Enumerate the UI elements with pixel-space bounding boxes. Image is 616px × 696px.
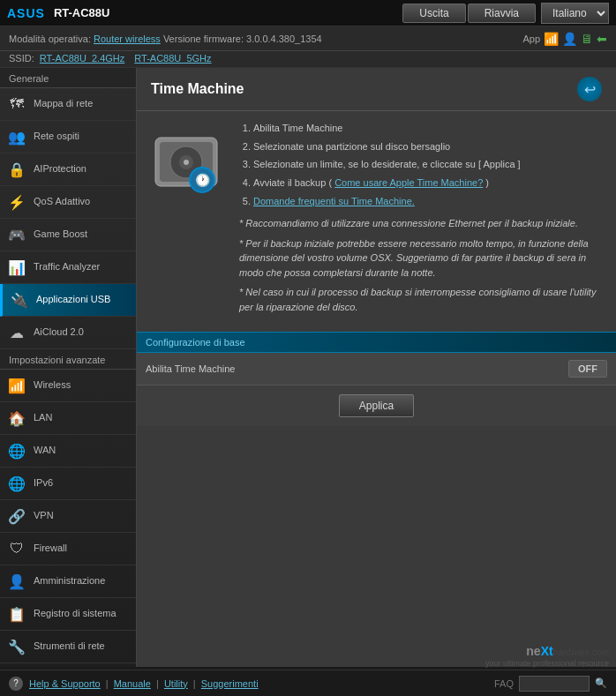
sidebar-item-aicloud[interactable]: ☁ AiCloud 2.0	[0, 317, 136, 349]
ssid-5-link[interactable]: RT-AC88U_5GHz	[134, 53, 211, 64]
language-select[interactable]: Italiano	[541, 3, 609, 24]
top-bar: ASUS RT-AC88U Uscita Riavvia Italiano	[0, 0, 616, 26]
registro-icon: 📋	[7, 604, 26, 624]
usb-icon: ⬅	[597, 32, 607, 46]
sidebar-label-ospiti: Rete ospiti	[34, 131, 79, 142]
sidebar-item-registro[interactable]: 📋 Registro di sistema	[0, 598, 136, 631]
toggle-switch[interactable]: OFF	[568, 360, 607, 378]
vpn-icon: 🔗	[7, 506, 26, 526]
sidebar-item-ospiti[interactable]: 👥 Rete ospiti	[0, 121, 136, 153]
sidebar-label-amministrazione: Amministrazione	[34, 575, 105, 587]
gameboost-icon: 🎮	[7, 225, 26, 244]
step4: Avviate il backup ( Come usare Apple Tim…	[253, 175, 602, 191]
sidebar-item-usb[interactable]: 🔌 Applicazioni USB	[0, 284, 136, 317]
asus-logo: ASUS	[7, 6, 45, 20]
svg-point-4	[184, 160, 189, 165]
traffic-icon: 📊	[7, 258, 26, 277]
sidebar: Generale 🗺 Mappa di rete 👥 Rete ospiti 🔒…	[0, 68, 137, 667]
firmware-version: 3.0.0.4.380_1354	[246, 34, 322, 44]
manuale-link[interactable]: Manuale	[114, 678, 151, 689]
sidebar-label-registro: Registro di sistema	[34, 608, 116, 619]
sidebar-label-usb: Applicazioni USB	[36, 294, 110, 305]
sidebar-label-strumenti: Strumenti di rete	[34, 640, 105, 652]
step1: Abilita Time Machine	[253, 120, 602, 137]
sidebar-item-amministrazione[interactable]: 👤 Amministrazione	[0, 565, 136, 598]
note2: * Per il backup iniziale potrebbe essere…	[239, 236, 602, 281]
utility-link[interactable]: Utility	[164, 678, 188, 689]
sidebar-label-vpn: VPN	[34, 510, 54, 521]
ssid-bar: SSID: RT-AC88U_2.4GHz RT-AC88U_5GHz	[0, 51, 616, 68]
wan-icon: 🌐	[7, 441, 26, 460]
sidebar-item-wireless[interactable]: 📶 Wireless	[0, 370, 136, 402]
info-bar: Modalità operativa: Router wireless Vers…	[0, 26, 616, 51]
search-input[interactable]	[519, 676, 590, 692]
watermark: neXthardware.com your ultimate professio…	[485, 644, 609, 668]
app-area: App 📶 👤 🖥 ⬅	[522, 32, 607, 46]
aiprotection-icon: 🔒	[7, 160, 26, 179]
nav-buttons: Uscita Riavvia	[402, 4, 536, 23]
hdd-icon-area: 🕐	[151, 120, 230, 314]
amministrazione-icon: 👤	[7, 572, 26, 591]
ssid-24-link[interactable]: RT-AC88U_2.4GHz	[40, 53, 124, 64]
help-link[interactable]: Help & Supporto	[29, 678, 101, 689]
strumenti-icon: 🔧	[7, 637, 26, 656]
config-header: Configurazione di base	[137, 332, 616, 353]
apply-btn-row: Applica	[137, 385, 616, 426]
sidebar-item-gameboost[interactable]: 🎮 Game Boost	[0, 219, 136, 251]
note3: * Nel caso in cui il processo di backup …	[239, 285, 602, 314]
sidebar-item-lan[interactable]: 🏠 LAN	[0, 402, 136, 435]
back-button[interactable]: ↩	[577, 77, 602, 101]
sidebar-item-mappa[interactable]: 🗺 Mappa di rete	[0, 88, 136, 121]
sidebar-item-aiprotection[interactable]: 🔒 AIProtection	[0, 153, 136, 186]
sidebar-label-wan: WAN	[34, 445, 56, 456]
footer: ? Help & Supporto | Manuale | Utility | …	[0, 670, 616, 696]
usb-sidebar-icon: 🔌	[10, 290, 29, 310]
sidebar-item-ipv6[interactable]: 🌐 IPv6	[0, 468, 136, 500]
suggerimenti-link[interactable]: Suggerimenti	[201, 678, 259, 689]
sidebar-item-firewall[interactable]: 🛡 Firewall	[0, 533, 136, 565]
aicloud-icon: ☁	[7, 323, 26, 342]
sidebar-label-ipv6: IPv6	[34, 477, 53, 489]
main-layout: Generale 🗺 Mappa di rete 👥 Rete ospiti 🔒…	[0, 68, 616, 667]
uscita-button[interactable]: Uscita	[402, 4, 465, 23]
ospiti-icon: 👥	[7, 127, 26, 146]
sidebar-label-lan: LAN	[34, 412, 52, 423]
apply-button[interactable]: Applica	[339, 394, 414, 417]
svg-text:🕐: 🕐	[195, 173, 211, 188]
hdd-icon: 🕐	[151, 129, 222, 199]
config-row-enable: Abilita Time Machine OFF	[137, 353, 616, 385]
faq-link[interactable]: Domande frequenti su Time Machine.	[253, 196, 415, 206]
sidebar-item-strumenti[interactable]: 🔧 Strumenti di rete	[0, 631, 136, 663]
sidebar-label-wireless: Wireless	[34, 379, 71, 391]
sidebar-label-traffic: Traffic Analyzer	[34, 261, 100, 273]
footer-right: FAQ 🔍	[494, 676, 607, 692]
separator3: |	[191, 678, 199, 689]
search-icon[interactable]: 🔍	[595, 677, 607, 689]
watermark-xt: Xt	[541, 644, 553, 658]
help-icon: ?	[9, 677, 23, 691]
sidebar-label-gameboost: Game Boost	[34, 228, 87, 240]
step2: Selezionate una partizione sul disco ber…	[253, 138, 602, 155]
instructions-area: Abilita Time Machine Selezionate una par…	[239, 120, 602, 314]
riavvia-button[interactable]: Riavvia	[468, 4, 536, 23]
page-title: Time Machine	[151, 81, 577, 97]
wireless-icon: 📶	[7, 376, 26, 395]
wifi-icon: 📶	[544, 32, 559, 46]
sidebar-item-qos[interactable]: ⚡ QoS Adattivo	[0, 186, 136, 219]
watermark-ne: ne	[526, 644, 540, 658]
sidebar-item-vpn[interactable]: 🔗 VPN	[0, 500, 136, 533]
sidebar-item-wan[interactable]: 🌐 WAN	[0, 435, 136, 468]
firewall-icon: 🛡	[7, 539, 26, 558]
sidebar-label-aiprotection: AIProtection	[34, 163, 86, 175]
content-body: 🕐 Abilita Time Machine Selezionate una p…	[137, 111, 616, 323]
ipv6-icon: 🌐	[7, 474, 26, 493]
step3: Selezionate un limite, se lo desiderate,…	[253, 156, 602, 173]
faq-footer-label: FAQ	[494, 678, 514, 689]
apple-time-machine-link[interactable]: Come usare Apple Time Machine?	[334, 177, 483, 188]
note1: * Raccomandiamo di utilizzare una connes…	[239, 216, 602, 231]
main-content: Time Machine ↩ 🕐	[137, 68, 616, 667]
mode-link[interactable]: Router wireless	[94, 34, 161, 44]
user-icon: 👤	[562, 32, 577, 46]
sidebar-item-traffic[interactable]: 📊 Traffic Analyzer	[0, 251, 136, 284]
firmware-label: Versione firmware:	[163, 34, 244, 44]
